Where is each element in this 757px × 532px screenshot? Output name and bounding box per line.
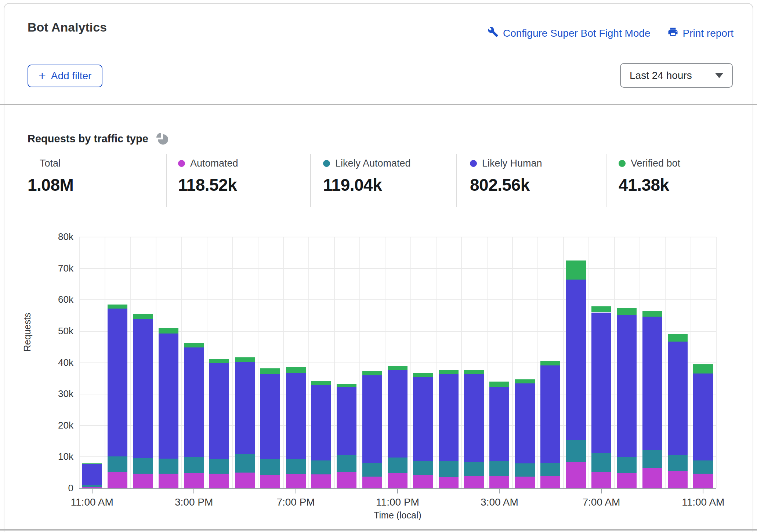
- bar-segment-likely-automated[interactable]: [337, 455, 356, 472]
- bar-segment-automated[interactable]: [439, 477, 459, 488]
- bar-segment-likely-human[interactable]: [362, 375, 382, 463]
- bar-segment-likely-automated[interactable]: [286, 459, 306, 474]
- bar-segment-likely-human[interactable]: [591, 313, 611, 453]
- bar-segment-automated[interactable]: [388, 473, 408, 488]
- bar-segment-automated[interactable]: [311, 474, 331, 488]
- bar-segment-verified-bot[interactable]: [260, 368, 280, 374]
- bar-segment-automated[interactable]: [617, 473, 637, 488]
- bar-segment-likely-human[interactable]: [540, 365, 560, 463]
- bar-segment-likely-human[interactable]: [108, 309, 127, 456]
- bar-segment-likely-human[interactable]: [439, 374, 459, 461]
- bar-segment-verified-bot[interactable]: [311, 381, 331, 385]
- bar-segment-verified-bot[interactable]: [439, 370, 459, 374]
- bar-segment-verified-bot[interactable]: [464, 370, 484, 374]
- bar-segment-verified-bot[interactable]: [413, 373, 433, 377]
- bar-segment-likely-human[interactable]: [413, 377, 433, 461]
- bar-segment-likely-automated[interactable]: [108, 456, 127, 472]
- bar-segment-verified-bot[interactable]: [642, 311, 662, 317]
- bar-segment-likely-human[interactable]: [311, 385, 331, 460]
- bar-segment-likely-automated[interactable]: [489, 461, 509, 476]
- bar-segment-automated[interactable]: [464, 476, 484, 488]
- bar-segment-likely-human[interactable]: [133, 319, 153, 458]
- bar-segment-likely-human[interactable]: [286, 373, 306, 459]
- bar-segment-automated[interactable]: [286, 474, 306, 488]
- bar-segment-automated[interactable]: [591, 472, 611, 488]
- bar-segment-automated[interactable]: [337, 472, 356, 488]
- bar-segment-likely-automated[interactable]: [668, 455, 688, 471]
- bar-segment-automated[interactable]: [642, 468, 662, 488]
- bar-segment-automated[interactable]: [413, 475, 433, 488]
- bar-segment-verified-bot[interactable]: [693, 364, 713, 374]
- print-report-link[interactable]: Print report: [667, 26, 734, 40]
- bar-segment-likely-automated[interactable]: [388, 458, 408, 473]
- bar-segment-automated[interactable]: [260, 475, 280, 488]
- bar-segment-verified-bot[interactable]: [184, 343, 204, 347]
- bar-segment-likely-automated[interactable]: [362, 463, 382, 477]
- bar-segment-automated[interactable]: [108, 472, 127, 488]
- bar-segment-likely-human[interactable]: [235, 362, 255, 454]
- configure-super-bot-fight-mode-link[interactable]: Configure Super Bot Fight Mode: [488, 26, 651, 40]
- bar-segment-verified-bot[interactable]: [108, 305, 127, 309]
- bar-segment-automated[interactable]: [209, 474, 229, 488]
- add-filter-button[interactable]: + Add filter: [28, 65, 102, 87]
- bar-segment-likely-human[interactable]: [489, 387, 509, 461]
- bar-segment-verified-bot[interactable]: [209, 359, 229, 363]
- bar-segment-verified-bot[interactable]: [286, 367, 306, 372]
- bar-segment-likely-automated[interactable]: [464, 462, 484, 476]
- bar-segment-likely-automated[interactable]: [515, 463, 535, 477]
- bar-segment-likely-automated[interactable]: [413, 461, 433, 475]
- bar-segment-likely-automated[interactable]: [82, 485, 102, 487]
- bar-segment-automated[interactable]: [362, 477, 382, 488]
- bar-segment-likely-human[interactable]: [184, 347, 204, 457]
- bar-segment-verified-bot[interactable]: [82, 463, 102, 464]
- bar-segment-verified-bot[interactable]: [540, 361, 560, 365]
- bar-segment-likely-automated[interactable]: [209, 459, 229, 474]
- bar-segment-verified-bot[interactable]: [591, 306, 611, 312]
- bar-segment-automated[interactable]: [133, 474, 153, 488]
- bar-segment-verified-bot[interactable]: [617, 308, 637, 315]
- bar-segment-likely-human[interactable]: [159, 334, 178, 459]
- bar-segment-likely-human[interactable]: [515, 383, 535, 463]
- bar-segment-likely-automated[interactable]: [693, 460, 713, 474]
- bar-segment-likely-automated[interactable]: [133, 458, 153, 474]
- bar-segment-likely-automated[interactable]: [591, 453, 611, 472]
- bar-segment-automated[interactable]: [159, 474, 178, 488]
- bar-segment-likely-human[interactable]: [337, 387, 356, 455]
- bar-segment-verified-bot[interactable]: [133, 314, 153, 319]
- bar-segment-likely-human[interactable]: [82, 464, 102, 485]
- bar-segment-automated[interactable]: [235, 473, 255, 488]
- bar-segment-verified-bot[interactable]: [515, 379, 535, 383]
- bar-segment-likely-human[interactable]: [566, 280, 586, 440]
- bar-segment-likely-human[interactable]: [617, 315, 637, 456]
- bar-segment-likely-human[interactable]: [693, 374, 713, 460]
- bar-segment-likely-automated[interactable]: [184, 457, 204, 473]
- bar-segment-automated[interactable]: [540, 476, 560, 488]
- bar-segment-verified-bot[interactable]: [235, 357, 255, 362]
- bar-segment-verified-bot[interactable]: [668, 334, 688, 342]
- bar-segment-likely-automated[interactable]: [540, 463, 560, 476]
- bar-segment-automated[interactable]: [693, 474, 713, 488]
- bar-segment-automated[interactable]: [566, 462, 586, 488]
- bar-segment-likely-automated[interactable]: [566, 440, 586, 462]
- bar-segment-verified-bot[interactable]: [489, 382, 509, 387]
- bar-segment-likely-automated[interactable]: [642, 450, 662, 469]
- bar-segment-likely-automated[interactable]: [311, 460, 331, 475]
- bar-segment-likely-human[interactable]: [388, 370, 408, 458]
- bar-segment-verified-bot[interactable]: [337, 384, 356, 387]
- bar-segment-likely-automated[interactable]: [260, 459, 280, 475]
- bar-segment-likely-human[interactable]: [668, 342, 688, 455]
- bar-segment-automated[interactable]: [668, 471, 688, 488]
- bar-segment-likely-automated[interactable]: [235, 454, 255, 473]
- bar-segment-automated[interactable]: [184, 473, 204, 488]
- bar-segment-verified-bot[interactable]: [566, 260, 586, 279]
- bar-segment-likely-human[interactable]: [260, 374, 280, 459]
- bar-segment-verified-bot[interactable]: [159, 328, 178, 334]
- time-range-dropdown[interactable]: Last 24 hours: [620, 63, 733, 88]
- bar-segment-verified-bot[interactable]: [388, 366, 408, 370]
- bar-segment-likely-human[interactable]: [464, 374, 484, 462]
- bar-segment-automated[interactable]: [515, 477, 535, 488]
- bar-segment-likely-human[interactable]: [642, 317, 662, 450]
- bar-segment-likely-human[interactable]: [209, 363, 229, 459]
- bar-segment-automated[interactable]: [489, 476, 509, 488]
- bar-segment-likely-automated[interactable]: [159, 459, 178, 474]
